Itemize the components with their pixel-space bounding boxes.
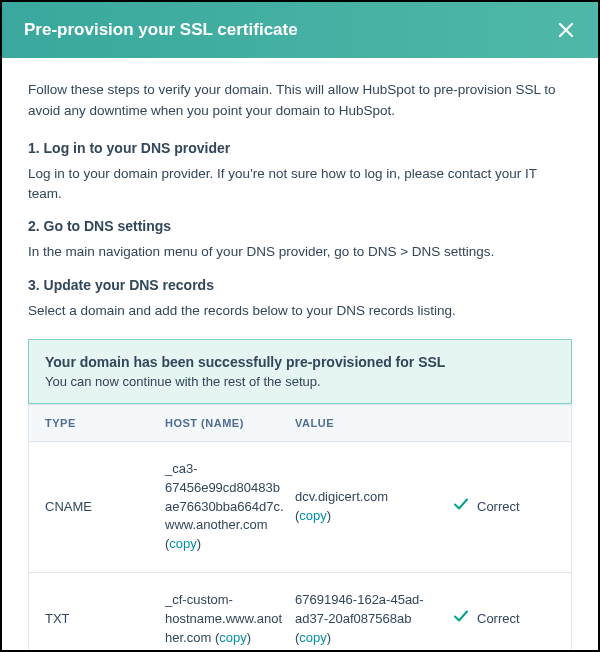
status-label: Correct: [477, 498, 520, 517]
step-3-heading: 3. Update your DNS records: [28, 277, 572, 293]
cell-type: TXT: [45, 610, 165, 629]
table-header-status: [435, 417, 555, 429]
cell-host: _cf-custom-hostname.www.another.com (cop…: [165, 591, 295, 648]
step-2-heading: 2. Go to DNS settings: [28, 218, 572, 234]
check-icon: [453, 496, 469, 518]
copy-link[interactable]: copy: [169, 536, 196, 551]
success-title: Your domain has been successfully pre-pr…: [45, 354, 555, 370]
table-header-row: TYPE HOST (NAME) VALUE: [29, 404, 571, 442]
step-2-body: In the main navigation menu of your DNS …: [28, 242, 572, 262]
value-text: 67691946-162a-45ad-ad37-20af087568ab: [295, 592, 424, 626]
dialog-header: Pre-provision your SSL certificate: [2, 2, 598, 58]
value-text: dcv.digicert.com: [295, 489, 388, 504]
copy-link[interactable]: copy: [299, 508, 326, 523]
cell-status: Correct: [435, 608, 555, 630]
step-1-body: Log in to your domain provider. If you'r…: [28, 164, 572, 205]
cell-value: 67691946-162a-45ad-ad37-20af087568ab (co…: [295, 591, 435, 648]
intro-text: Follow these steps to verify your domain…: [28, 80, 572, 122]
dialog-body: Follow these steps to verify your domain…: [2, 58, 598, 652]
check-icon: [453, 608, 469, 630]
status-label: Correct: [477, 610, 520, 629]
table-header-host: HOST (NAME): [165, 417, 295, 429]
step-3-body: Select a domain and add the records belo…: [28, 301, 572, 321]
close-icon[interactable]: [556, 20, 576, 40]
success-banner: Your domain has been successfully pre-pr…: [28, 339, 572, 404]
dns-records-table: TYPE HOST (NAME) VALUE CNAME _ca3-67456e…: [28, 404, 572, 652]
table-header-value: VALUE: [295, 417, 435, 429]
cell-host: _ca3-67456e99cd80483bae76630bba664d7c.ww…: [165, 460, 295, 554]
cell-type: CNAME: [45, 498, 165, 517]
table-row: CNAME _ca3-67456e99cd80483bae76630bba664…: [29, 442, 571, 573]
table-header-type: TYPE: [45, 417, 165, 429]
host-value: _ca3-67456e99cd80483bae76630bba664d7c.ww…: [165, 461, 284, 533]
success-subtitle: You can now continue with the rest of th…: [45, 374, 555, 389]
step-1-heading: 1. Log in to your DNS provider: [28, 140, 572, 156]
copy-link[interactable]: copy: [219, 630, 246, 645]
dialog-title: Pre-provision your SSL certificate: [24, 20, 298, 40]
copy-link[interactable]: copy: [299, 630, 326, 645]
table-row: TXT _cf-custom-hostname.www.another.com …: [29, 573, 571, 652]
cell-value: dcv.digicert.com (copy): [295, 488, 435, 526]
cell-status: Correct: [435, 496, 555, 518]
